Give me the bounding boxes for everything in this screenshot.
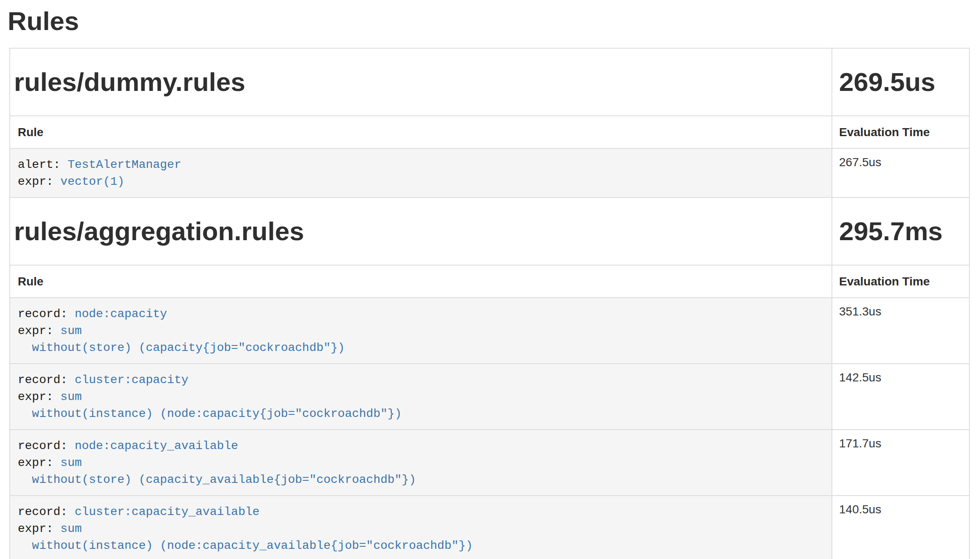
rule-field-label: record: [18,505,74,518]
rule-code-line: without(store) (capacity{job="cockroachd… [18,340,824,356]
rule-expr-link[interactable]: sum [61,324,82,337]
rule-expr-link[interactable]: without(instance) (node:capacity_availab… [18,539,473,552]
column-header-rule: Rule [10,265,832,298]
rule-code-line: expr: vector(1) [18,173,824,190]
rule-eval-time: 171.7us [832,430,969,496]
rule-name-link[interactable]: node:capacity_available [74,439,238,452]
column-header-eval-time: Evaluation Time [832,116,969,148]
rule-code-line: expr: sum [18,521,824,537]
rule-code-line: without(instance) (node:capacity{job="co… [18,406,824,422]
rule-definition-cell: alert: TestAlertManager expr: vector(1) [10,148,832,197]
rule-field-label: record: [18,439,74,452]
rule-field-label: expr: [18,390,61,403]
rule-eval-time: 142.5us [832,364,969,430]
rule-eval-time: 267.5us [832,148,969,197]
rule-field-label: expr: [18,324,61,337]
rule-group-eval-time: 295.7ms [832,197,969,265]
rule-group-header-row: rules/dummy.rules 269.5us [10,48,969,116]
rule-definition-cell: record: node:capacity_available expr: su… [10,430,832,496]
rule-expr-link[interactable]: vector(1) [61,175,124,188]
rule-eval-time: 140.5us [832,496,969,559]
rule-code-line: expr: sum [18,389,824,406]
rule-code-line: record: node:capacity_available [18,438,824,455]
rule-field-label: expr: [18,175,61,188]
rule-field-label: alert: [18,158,68,171]
rule-name-link[interactable]: cluster:capacity_available [74,505,259,518]
rule-code-line: without(instance) (node:capacity_availab… [18,537,824,554]
column-header-row: Rule Evaluation Time [10,265,969,298]
column-header-eval-time: Evaluation Time [832,265,969,298]
rule-field-label: record: [18,307,74,321]
rule-code-line: expr: sum [18,455,824,471]
rule-row: alert: TestAlertManager expr: vector(1) … [10,148,969,197]
rule-eval-time: 351.3us [832,298,969,364]
rule-definition-cell: record: node:capacity expr: sum without(… [10,298,832,364]
rule-row: record: cluster:capacity_available expr:… [10,496,969,559]
rule-code-line: expr: sum [18,323,824,340]
rule-name-link[interactable]: TestAlertManager [68,158,182,171]
rule-expr-link[interactable]: without(store) (capacity{job="cockroachd… [18,341,345,354]
rule-expr-link[interactable]: without(store) (capacity_available{job="… [18,473,416,486]
rule-code-line: record: node:capacity [18,306,824,323]
rule-row: record: cluster:capacity expr: sum witho… [10,364,969,430]
rules-page: Rules rules/dummy.rules 269.5us Rule Eva… [0,0,980,559]
rule-definition-cell: record: cluster:capacity_available expr:… [10,496,832,559]
rule-field-label: record: [18,373,74,386]
rule-group-eval-time: 269.5us [832,48,969,116]
rule-group-name: rules/aggregation.rules [10,197,832,265]
rule-name-link[interactable]: node:capacity [74,307,167,321]
rule-code-line: alert: TestAlertManager [18,156,824,173]
column-header-row: Rule Evaluation Time [10,116,969,148]
rule-group-name: rules/dummy.rules [10,48,832,116]
rule-row: record: node:capacity expr: sum without(… [10,298,969,364]
column-header-rule: Rule [10,116,832,148]
rule-expr-link[interactable]: sum [61,390,82,403]
rule-expr-link[interactable]: sum [61,456,82,469]
rule-code-line: without(store) (capacity_available{job="… [18,471,824,488]
rule-field-label: expr: [18,522,61,535]
rule-expr-link[interactable]: sum [61,522,82,535]
rule-code-line: record: cluster:capacity_available [18,504,824,521]
rule-code-line: record: cluster:capacity [18,372,824,389]
page-title: Rules [8,6,980,36]
rule-field-label: expr: [18,456,61,469]
rule-definition-cell: record: cluster:capacity expr: sum witho… [10,364,832,430]
rules-table: rules/dummy.rules 269.5us Rule Evaluatio… [9,48,970,559]
rule-group-header-row: rules/aggregation.rules 295.7ms [10,197,969,265]
rule-name-link[interactable]: cluster:capacity [74,373,188,386]
rule-row: record: node:capacity_available expr: su… [10,430,969,496]
rule-expr-link[interactable]: without(instance) (node:capacity{job="co… [18,407,402,420]
